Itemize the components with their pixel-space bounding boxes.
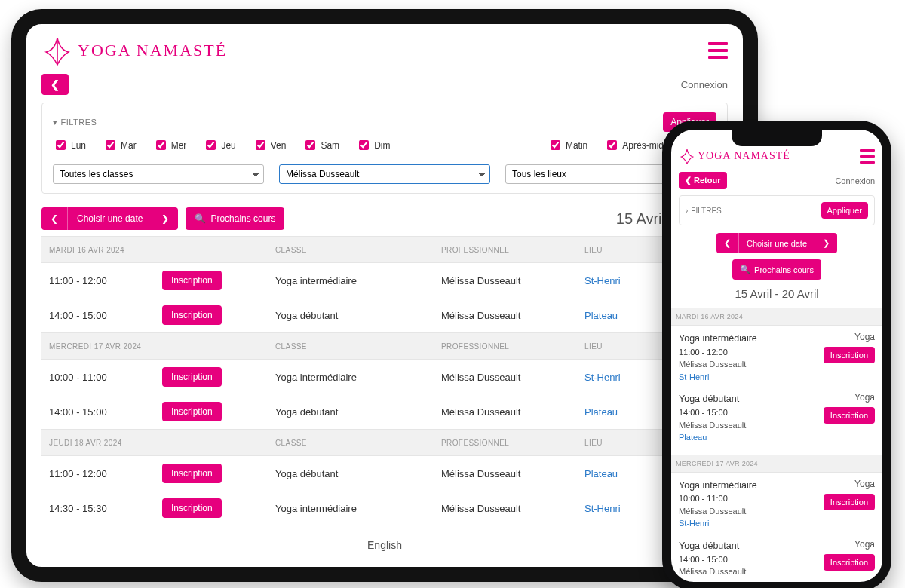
register-button[interactable]: Inscription [824, 407, 875, 424]
location-link[interactable]: Plateau [584, 468, 618, 479]
item-prof: Mélissa Dusseault [679, 419, 746, 432]
list-item: Yoga débutant14:00 - 15:00Mélissa Dussea… [679, 533, 875, 588]
next-week-button[interactable]: ❯ [814, 233, 837, 253]
leaf-icon [679, 148, 695, 164]
register-button[interactable]: Inscription [162, 271, 222, 290]
prochains-cours-button[interactable]: 🔍Prochains cours [732, 259, 821, 280]
location-link[interactable]: Plateau [679, 433, 707, 442]
prev-week-button[interactable]: ❮ [716, 233, 738, 253]
select-professional[interactable]: Mélissa Dusseault [279, 164, 490, 184]
location-link[interactable]: Plateau [679, 580, 707, 589]
day-header: MERCREDI 17 AVR 2024 [41, 333, 155, 360]
checkbox-dim[interactable]: Dim [356, 138, 390, 152]
cell-prof: Mélissa Dusseault [434, 456, 577, 492]
search-icon: 🔍 [740, 265, 750, 274]
item-type: Yoga [854, 392, 875, 403]
leaf-icon [41, 35, 73, 66]
date-range: 15 Avril - 20 Avril [735, 287, 818, 300]
cell-prof: Mélissa Dusseault [434, 491, 577, 525]
checkbox-jeu[interactable]: Jeu [203, 138, 235, 152]
checkbox-matin[interactable]: Matin [548, 138, 587, 152]
cell-time: 11:00 - 12:00 [41, 456, 155, 492]
prochains-cours-button[interactable]: 🔍Prochains cours [186, 207, 284, 230]
location-link[interactable]: Plateau [584, 310, 618, 321]
phone-notch [732, 130, 822, 146]
table-row: 14:30 - 15:30InscriptionYoga intermédiai… [41, 491, 728, 525]
choose-date-button[interactable]: Choisir une date [738, 233, 814, 253]
list-item: Yoga intermédiaire10:00 - 11:00Mélissa D… [679, 473, 875, 533]
brand-logo: YOGA NAMASTÉ [679, 148, 790, 164]
register-button[interactable]: Inscription [824, 494, 875, 510]
location-link[interactable]: St-Henri [584, 503, 621, 514]
list-item: Yoga débutant14:00 - 15:00Mélissa Dussea… [679, 386, 875, 446]
chevron-down-icon: ▾ [53, 118, 58, 127]
register-button[interactable]: Inscription [162, 402, 222, 421]
item-time: 11:00 - 12:00 [679, 346, 757, 359]
checkbox-apresmidi[interactable]: Après-midi [604, 138, 665, 152]
location-link[interactable]: St-Henri [679, 372, 709, 381]
filters-panel: ▾FILTRES Appliquer Lun Mar Mer Jeu Ven S… [41, 103, 728, 194]
brand-name: YOGA NAMASTÉ [698, 150, 790, 162]
brand-logo: YOGA NAMASTÉ [41, 35, 227, 66]
prev-week-button[interactable]: ❮ [41, 207, 67, 230]
filters-panel: ›FILTRES Appliquer [679, 195, 875, 225]
cell-prof: Mélissa Dusseault [434, 263, 577, 299]
item-type: Yoga [854, 332, 875, 342]
brand-name: YOGA NAMASTÉ [78, 41, 227, 60]
table-row: 14:00 - 15:00InscriptionYoga débutantMél… [41, 394, 728, 430]
item-class: Yoga débutant [679, 392, 746, 406]
item-prof: Mélissa Dusseault [679, 505, 757, 518]
item-class: Yoga intermédiaire [679, 479, 757, 493]
phone-device: YOGA NAMASTÉ ❮ Retour Connexion ›FILTRES… [662, 121, 891, 588]
item-prof: Mélissa Dusseault [679, 358, 757, 371]
language-link[interactable]: English [41, 525, 728, 556]
cell-time: 14:00 - 15:00 [41, 298, 155, 333]
hamburger-icon[interactable] [860, 149, 875, 164]
location-link[interactable]: St-Henri [584, 372, 621, 383]
checkbox-mer[interactable]: Mer [153, 138, 187, 152]
date-segment: ❮ Choisir une date ❯ [41, 207, 178, 230]
register-button[interactable]: Inscription [162, 305, 222, 325]
checkbox-mar[interactable]: Mar [103, 138, 137, 152]
table-row: 10:00 - 11:00InscriptionYoga intermédiai… [41, 360, 728, 395]
cell-time: 14:00 - 15:00 [41, 394, 155, 430]
filters-toggle[interactable]: ›FILTRES [686, 207, 722, 215]
choose-date-button[interactable]: Choisir une date [67, 207, 152, 230]
register-button[interactable]: Inscription [162, 464, 222, 483]
col-lieu: LIEU [577, 333, 660, 360]
apply-button[interactable]: Appliquer [821, 202, 868, 219]
item-type: Yoga [854, 539, 875, 550]
next-week-button[interactable]: ❯ [152, 207, 178, 230]
register-button[interactable]: Inscription [162, 367, 222, 387]
checkbox-lun[interactable]: Lun [53, 138, 86, 152]
cell-time: 10:00 - 11:00 [41, 360, 155, 395]
tablet-device: YOGA NAMASTÉ ❮ Connexion ▾FILTRES Appliq… [11, 9, 758, 582]
cell-class: Yoga intermédiaire [268, 491, 434, 525]
cell-time: 14:30 - 15:30 [41, 491, 155, 525]
location-link[interactable]: St-Henri [584, 275, 621, 286]
register-button[interactable]: Inscription [824, 554, 875, 571]
cell-time: 11:00 - 12:00 [41, 263, 155, 299]
location-link[interactable]: Plateau [584, 406, 618, 418]
login-link[interactable]: Connexion [681, 79, 728, 90]
back-button[interactable]: ❮ Retour [679, 172, 727, 189]
filters-toggle[interactable]: ▾FILTRES [53, 118, 97, 127]
col-lieu: LIEU [577, 237, 660, 263]
phone-schedule-list: MARDI 16 AVR 2024Yoga intermédiaire11:00… [679, 308, 875, 588]
day-header: MARDI 16 AVR 2024 [671, 308, 882, 326]
back-button[interactable]: ❮ [41, 74, 69, 95]
register-button[interactable]: Inscription [162, 498, 222, 518]
col-classe: CLASSE [268, 430, 434, 456]
day-header: MERCREDI 17 AVR 2024 [671, 455, 882, 473]
login-link[interactable]: Connexion [835, 176, 875, 185]
checkbox-ven[interactable]: Ven [253, 138, 287, 152]
hamburger-icon[interactable] [708, 42, 728, 59]
select-class[interactable]: Toutes les classes [53, 164, 264, 184]
search-icon: 🔍 [195, 213, 206, 224]
item-time: 10:00 - 11:00 [679, 492, 757, 505]
checkbox-sam[interactable]: Sam [302, 138, 339, 152]
table-row: 11:00 - 12:00InscriptionYoga débutantMél… [41, 456, 728, 492]
register-button[interactable]: Inscription [824, 347, 875, 363]
cell-class: Yoga débutant [268, 298, 434, 333]
location-link[interactable]: St-Henri [679, 519, 709, 528]
